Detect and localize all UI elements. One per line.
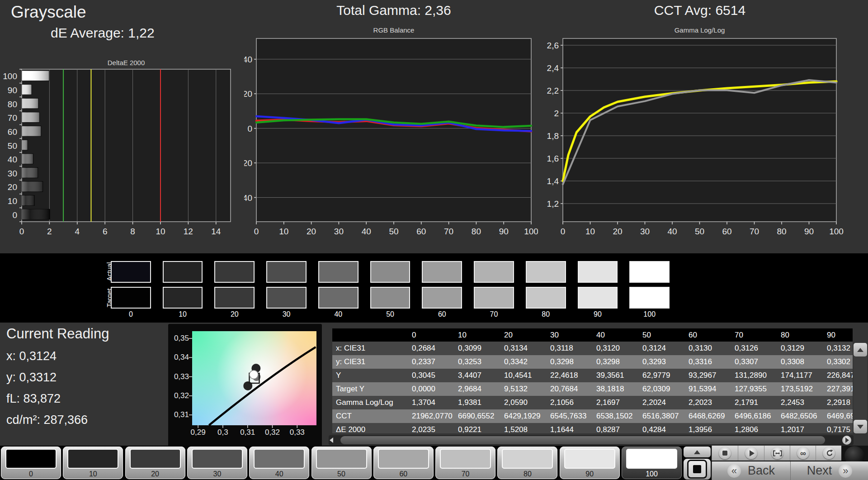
scroll-up-button[interactable] <box>854 343 867 356</box>
table-cell: 2,2024 <box>640 398 686 407</box>
table-cell: 131,2890 <box>732 371 778 380</box>
svg-text:12: 12 <box>184 227 193 236</box>
swatch-columns: 0102030405060708090100 <box>105 253 675 323</box>
table-horizontal-scrollbar[interactable] <box>329 435 854 445</box>
target-swatch <box>214 287 255 309</box>
table-row: Gamma Log/Log1,37041,93812,05902,10562,1… <box>332 396 853 409</box>
stimulus-button-20[interactable]: 20 <box>125 447 185 479</box>
swatch-level-label: 80 <box>526 310 566 318</box>
table-row: Y0,30453,440710,454122,461839,356162,977… <box>332 369 853 382</box>
stimulus-patch <box>626 449 677 469</box>
table-cell: 0,3134 <box>501 344 547 353</box>
measurement-table: 0102030405060708090100x: CIE310,26840,30… <box>332 328 853 433</box>
svg-text:8: 8 <box>130 227 135 236</box>
svg-text:30: 30 <box>640 227 650 235</box>
single-measure-button[interactable] <box>764 446 790 461</box>
table-cell: 1,3956 <box>686 425 732 433</box>
svg-text:80: 80 <box>777 227 786 235</box>
stimulus-patch <box>564 449 615 469</box>
svg-text:100: 100 <box>829 227 844 235</box>
table-cell: 3,4407 <box>455 371 501 380</box>
table-row-label: Y <box>332 371 409 380</box>
svg-text:2: 2 <box>554 109 559 118</box>
svg-text:70: 70 <box>8 113 17 123</box>
left-arrow-icon <box>330 437 333 443</box>
svg-text:80: 80 <box>472 227 481 235</box>
table-cell: 62,0309 <box>640 385 686 394</box>
table-cell: 93,2967 <box>686 371 732 380</box>
stimulus-button-50[interactable]: 50 <box>311 447 372 479</box>
table-cell: 9,5132 <box>501 385 547 394</box>
svg-text:1,6: 1,6 <box>547 154 559 163</box>
stop-button[interactable] <box>712 446 738 461</box>
refresh-icon <box>823 447 835 459</box>
stimulus-button-70[interactable]: 70 <box>435 447 495 479</box>
stimulus-button-40[interactable]: 40 <box>249 447 309 479</box>
reading-y: y: 0,3312 <box>6 371 156 385</box>
target-swatch <box>526 287 566 309</box>
cie-gamut-area <box>192 331 316 425</box>
table-cell: 0,3307 <box>732 357 778 366</box>
swatch-column: 70 <box>468 253 520 323</box>
table-cell: 6516,3807 <box>640 412 686 421</box>
scroll-right-button[interactable] <box>842 436 851 445</box>
spinner-up-button[interactable] <box>684 447 711 457</box>
svg-text:70: 70 <box>444 227 453 235</box>
table-cell: 1,1644 <box>547 425 594 433</box>
page-title: Grayscale <box>11 3 86 22</box>
stimulus-button-90[interactable]: 90 <box>560 447 620 479</box>
stimulus-button-30[interactable]: 30 <box>187 447 247 479</box>
pattern-window-button[interactable] <box>684 459 711 480</box>
table-cell: 227,3918 <box>824 385 853 394</box>
svg-text:10: 10 <box>279 227 288 235</box>
scroll-down-button[interactable] <box>854 420 867 433</box>
refresh-button[interactable] <box>816 446 842 461</box>
stimulus-button-0[interactable]: 0 <box>1 447 61 479</box>
swatch-column: 0 <box>105 253 157 323</box>
table-row-label: ΔE 2000 <box>332 425 409 433</box>
svg-text:40: 40 <box>8 155 17 164</box>
back-button[interactable]: « Back <box>712 461 790 480</box>
table-cell: 1,3704 <box>409 398 455 407</box>
stimulus-button-100[interactable]: 100 <box>622 447 682 479</box>
table-cell: 1,5208 <box>501 425 547 433</box>
table-cell: 2,9684 <box>455 385 501 394</box>
actual-swatch <box>214 261 255 283</box>
table-cell: 39,3561 <box>594 371 640 380</box>
table-cell: 0,3124 <box>640 344 686 353</box>
table-row: ΔE 20002,02350,92211,52081,16440,82870,4… <box>332 423 853 433</box>
stimulus-label: 20 <box>125 470 185 478</box>
continuous-measure-button[interactable]: ∞ <box>790 446 816 461</box>
table-row-label: y: CIE31 <box>332 357 409 366</box>
stimulus-label: 100 <box>622 470 682 478</box>
table-vertical-scrollbar[interactable] <box>854 343 867 433</box>
play-button[interactable] <box>738 446 764 461</box>
scroll-left-button[interactable] <box>330 437 333 443</box>
svg-text:40: 40 <box>244 55 252 64</box>
table-row: x: CIE310,26840,30990,31340,31180,31200,… <box>332 342 853 355</box>
table-row: Target Y0,00002,96849,513220,768438,1818… <box>332 382 853 396</box>
stimulus-patch <box>254 449 305 469</box>
next-button[interactable]: Next » <box>790 461 868 480</box>
svg-text:80: 80 <box>8 100 17 109</box>
table-cell: 0,3298 <box>547 357 594 366</box>
swatch-column: 80 <box>520 253 572 323</box>
swatch-level-label: 30 <box>266 310 307 318</box>
svg-text:6: 6 <box>103 227 108 236</box>
stimulus-patch <box>440 449 491 469</box>
stimulus-button-80[interactable]: 80 <box>497 447 557 479</box>
stimulus-label: 60 <box>373 470 434 478</box>
cie-x-tick-label: 0,31 <box>240 428 255 437</box>
svg-text:2,4: 2,4 <box>547 63 559 73</box>
horizontal-scroll-thumb[interactable] <box>340 436 825 444</box>
svg-text:20: 20 <box>307 227 316 235</box>
up-arrow-icon <box>857 348 863 352</box>
cie-y-tick-label: 0,32 <box>169 391 189 400</box>
table-cell: 6538,1502 <box>594 412 640 421</box>
stimulus-button-60[interactable]: 60 <box>373 447 434 479</box>
table-cell: 2,1056 <box>547 398 594 407</box>
cie-chromaticity-chart: 0,350,340,330,320,31 0,290,30,310,320,33 <box>168 324 322 447</box>
table-cell: 2,2918 <box>824 398 853 407</box>
target-swatch <box>163 287 203 309</box>
stimulus-button-10[interactable]: 10 <box>63 447 123 479</box>
